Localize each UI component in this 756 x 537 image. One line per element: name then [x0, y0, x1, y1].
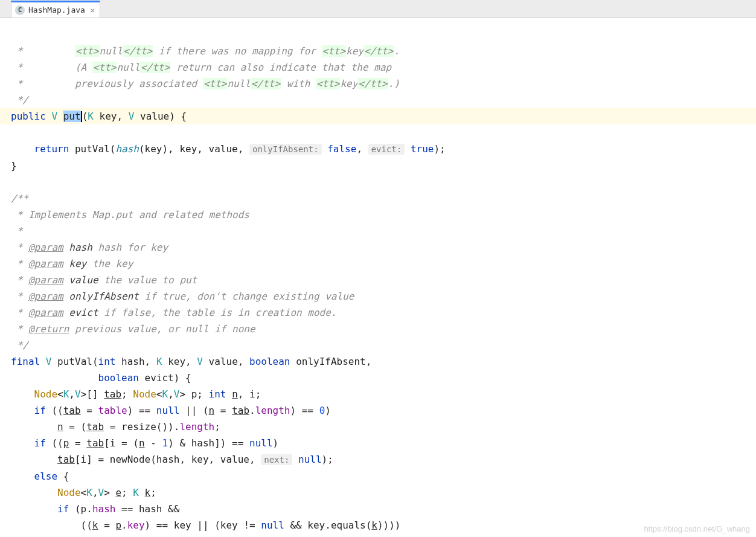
javadoc-line: *	[11, 225, 22, 237]
javadoc-line: * <tt>null</tt> if there was no mapping …	[11, 45, 400, 57]
javadoc-line: * (A <tt>null</tt> return can also indic…	[11, 62, 391, 73]
javadoc-param: * @param onlyIfAbsent if true, don't cha…	[11, 291, 354, 302]
javadoc-end: */	[11, 339, 28, 351]
tab-hashmap[interactable]: C HashMap.java ×	[11, 1, 100, 18]
param-hint: onlyIfAbsent:	[249, 144, 322, 155]
current-line: public V put(K key, V value) {	[0, 108, 756, 124]
close-icon[interactable]: ×	[90, 5, 95, 15]
tab-label: HashMap.java	[28, 5, 85, 14]
javadoc-param: * @param value the value to put	[11, 274, 197, 286]
editor-tabbar: C HashMap.java ×	[0, 0, 756, 18]
javadoc-line: * previously associated <tt>null</tt> wi…	[11, 78, 400, 89]
code-editor[interactable]: * <tt>null</tt> if there was no mapping …	[0, 18, 756, 537]
javadoc-line: * Implements Map.put and related methods	[11, 209, 249, 220]
param-hint: evict:	[368, 144, 405, 155]
javadoc-param: * @param key the key	[11, 258, 133, 269]
javadoc-end: */	[11, 94, 28, 106]
watermark: https://blog.csdn.net/G_whang	[644, 524, 750, 533]
javadoc-start: /**	[11, 193, 28, 204]
javadoc-param: * @param hash hash for key	[11, 242, 168, 253]
param-hint: next:	[261, 454, 292, 465]
java-class-icon: C	[15, 5, 25, 15]
javadoc-return: * @return previous value, or null if non…	[11, 323, 255, 335]
javadoc-param: * @param evict if false, the table is in…	[11, 307, 336, 318]
